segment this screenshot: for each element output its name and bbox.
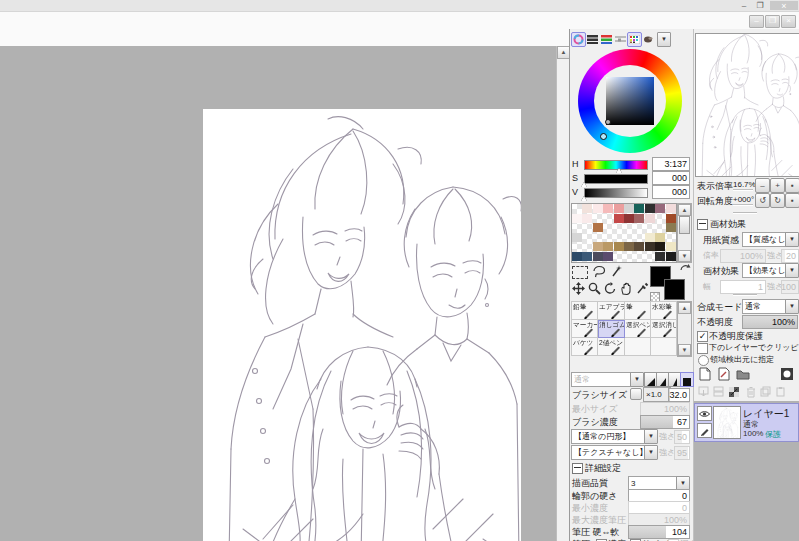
- swatch-color[interactable]: [572, 214, 582, 223]
- rgb-sliders-tab[interactable]: [599, 32, 614, 47]
- layer-list[interactable]: レイヤー1 通常 100% 保護: [694, 401, 799, 541]
- tool-バケツ[interactable]: バケツ: [572, 338, 598, 356]
- swatch-color[interactable]: [624, 204, 634, 213]
- scratchpad-tab[interactable]: [641, 32, 656, 47]
- brush-texture-dropdown-button[interactable]: ▼: [644, 445, 658, 460]
- hue-ring[interactable]: [578, 49, 682, 153]
- effect-strength-value[interactable]: 100: [781, 280, 799, 294]
- tool-2値ペン[interactable]: 2値ペン: [598, 338, 624, 356]
- swatch-color[interactable]: [666, 223, 676, 232]
- swatch-color[interactable]: [655, 252, 665, 261]
- pressure-hardsoft-value[interactable]: 104: [628, 525, 690, 539]
- tool-筆[interactable]: 筆: [625, 302, 651, 320]
- tool-scroll-down-icon[interactable]: ▼: [678, 344, 691, 356]
- sv-marker[interactable]: [605, 119, 611, 125]
- rect-select-tool[interactable]: [572, 266, 588, 279]
- move-tool[interactable]: [572, 282, 585, 295]
- brush-texture-dropdown[interactable]: 【テクスチャなし】: [571, 445, 647, 460]
- paper-strength-value[interactable]: 20: [781, 249, 799, 263]
- swatch-color[interactable]: [655, 233, 665, 242]
- color-wheel-tab[interactable]: [571, 32, 586, 47]
- swatch-color[interactable]: [645, 204, 655, 213]
- swatch-color[interactable]: [666, 204, 676, 213]
- swatch-color[interactable]: [634, 204, 644, 213]
- swatch-color[interactable]: [572, 252, 582, 261]
- v-slider-marker[interactable]: [581, 196, 587, 201]
- min-size-value[interactable]: 100%: [640, 402, 690, 416]
- blend-mode-dropdown[interactable]: 通常: [742, 299, 788, 314]
- magic-wand-tool[interactable]: [610, 264, 623, 277]
- clear-layer-button[interactable]: [744, 385, 757, 398]
- document-minimize-button[interactable]: –: [749, 15, 764, 28]
- swatch-color[interactable]: [614, 242, 624, 251]
- material-effect-dropdown[interactable]: 【効果なし】: [742, 263, 788, 278]
- tool-エアブラシ[interactable]: エアブラシ: [598, 302, 624, 320]
- rotate-cw-button[interactable]: ↻: [770, 193, 785, 208]
- tool-鉛筆[interactable]: 鉛筆: [572, 302, 598, 320]
- s-slider[interactable]: [584, 174, 648, 184]
- swatch-color[interactable]: [593, 204, 603, 213]
- paper-texture-dropdown[interactable]: 【質感なし】: [742, 232, 788, 247]
- document-restore-button[interactable]: ❐: [765, 15, 780, 28]
- s-slider-marker[interactable]: [581, 182, 587, 187]
- zoom-reset-button[interactable]: ▪: [785, 178, 799, 193]
- tool-選択消し[interactable]: 選択消し: [651, 320, 677, 338]
- s-value-box[interactable]: 000: [652, 171, 690, 185]
- window-close-button[interactable]: ×: [770, 1, 798, 10]
- effect-width-value[interactable]: 1: [720, 280, 766, 294]
- rotate-reset-button[interactable]: ▪: [785, 193, 799, 208]
- brush-edge-square-button[interactable]: [680, 372, 694, 387]
- canvas-workspace[interactable]: [0, 46, 556, 541]
- swatch-color[interactable]: [645, 214, 655, 223]
- navigator-thumbnail[interactable]: [695, 33, 799, 177]
- new-folder-button[interactable]: [735, 366, 750, 381]
- opacity-slider[interactable]: 100%: [742, 315, 798, 329]
- paper-texture-dropdown-button[interactable]: ▼: [785, 232, 799, 247]
- selection-source-radio[interactable]: [698, 355, 709, 366]
- shape-strength-value[interactable]: 50: [674, 430, 690, 444]
- zoom-out-button[interactable]: –: [755, 178, 770, 193]
- swatch-color[interactable]: [666, 252, 676, 261]
- swatch-scrollbar[interactable]: ▲ ▼: [677, 203, 692, 263]
- texture-strength-value[interactable]: 95: [674, 446, 690, 460]
- layer-item[interactable]: レイヤー1 通常 100% 保護: [694, 403, 799, 442]
- clipping-checkbox[interactable]: [697, 343, 708, 354]
- zoom-in-button[interactable]: +: [770, 178, 785, 193]
- swatch-color[interactable]: [655, 204, 665, 213]
- swatch-color[interactable]: [624, 214, 634, 223]
- tool-消しゴム[interactable]: 消しゴム: [598, 320, 624, 338]
- rotate-ccw-button[interactable]: ↺: [755, 193, 770, 208]
- transfer-down-button[interactable]: [697, 385, 710, 398]
- material-effect-dropdown-button[interactable]: ▼: [785, 263, 799, 278]
- window-minimize-button[interactable]: –: [738, 1, 750, 10]
- swatch-color[interactable]: [593, 252, 603, 261]
- layer-visibility-toggle[interactable]: [697, 406, 712, 421]
- swatch-color[interactable]: [582, 214, 592, 223]
- v-slider[interactable]: [584, 188, 648, 198]
- rotate-view-tool[interactable]: [604, 282, 617, 295]
- background-color-well[interactable]: [664, 279, 685, 300]
- new-vector-layer-button[interactable]: [716, 366, 731, 381]
- swatch-color[interactable]: [582, 204, 592, 213]
- brush-mode-dropdown[interactable]: 通常: [571, 372, 633, 387]
- brush-shape-dropdown-button[interactable]: ▼: [644, 429, 658, 444]
- preserve-opacity-checkbox[interactable]: ✓: [697, 331, 708, 342]
- hue-marker[interactable]: [600, 133, 607, 140]
- tool-選択ペン[interactable]: 選択ペン: [625, 320, 651, 338]
- h-value-box[interactable]: 3:137: [652, 157, 690, 171]
- swatch-grid[interactable]: [571, 203, 677, 263]
- detail-settings-collapse-icon[interactable]: [572, 463, 583, 474]
- color-panel-menu-button[interactable]: ▼: [657, 32, 671, 47]
- hand-tool[interactable]: [620, 282, 633, 295]
- swatches-tab[interactable]: [627, 32, 642, 47]
- brush-size-value[interactable]: 32.0: [668, 388, 690, 402]
- document-close-button[interactable]: ×: [781, 15, 796, 28]
- paste-layer-button[interactable]: [774, 385, 787, 398]
- swatch-color[interactable]: [603, 252, 613, 261]
- layer-thumbnail[interactable]: [713, 406, 741, 439]
- copy-layer-button[interactable]: [759, 385, 772, 398]
- tool-マーカー[interactable]: マーカー: [572, 320, 598, 338]
- swatch-color[interactable]: [582, 252, 592, 261]
- swatch-scroll-up-icon[interactable]: ▲: [678, 204, 691, 216]
- drawing-canvas[interactable]: [203, 109, 521, 541]
